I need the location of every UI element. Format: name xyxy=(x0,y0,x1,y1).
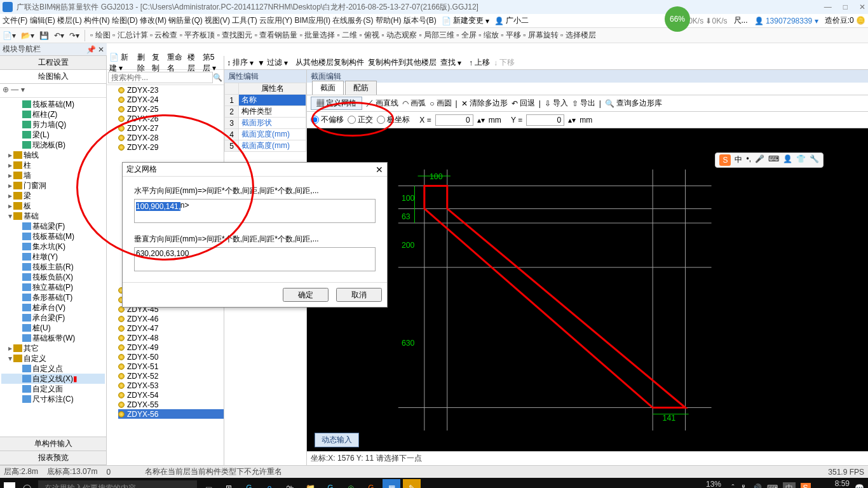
new-change-button[interactable]: 📄 新建变更 ▾ xyxy=(442,15,489,26)
tree-item[interactable]: 承台梁(F) xyxy=(1,313,105,323)
list-item[interactable]: ZDYX-48 xyxy=(118,333,224,342)
task-view-icon[interactable]: ▭ xyxy=(200,479,217,488)
user-label[interactable]: 👤 广小二 xyxy=(494,15,529,26)
ok-button[interactable]: 确定 xyxy=(283,288,329,302)
toolbar-button[interactable]: ▫ 动态观察 xyxy=(381,30,417,41)
tree-item[interactable]: 筏板基础(M) xyxy=(1,231,105,241)
list-item[interactable]: ZDYX-27 xyxy=(118,123,224,133)
opt-polar[interactable]: 极坐标 xyxy=(377,114,410,125)
sogou-ime-icon[interactable]: S xyxy=(719,154,731,166)
tab-rebar[interactable]: 配筋 xyxy=(345,81,377,95)
coin-label[interactable]: 造价豆:0 🪙 xyxy=(825,15,865,26)
tree-item[interactable]: 筏板基础(M) xyxy=(1,99,105,109)
toolbar-button[interactable]: ▫ 屏幕旋转 xyxy=(523,30,559,41)
tree-item[interactable]: ▸其它 xyxy=(1,343,105,353)
tree-item[interactable]: 自定义点 xyxy=(1,363,105,374)
list-item[interactable]: ZDYX-53 xyxy=(118,381,224,390)
opt-no-offset[interactable]: 不偏移 xyxy=(311,114,344,125)
ime-toolbar[interactable]: S 中•,🎤⌨👤👕🔧 xyxy=(715,152,824,168)
toolbar-button[interactable]: ▫ 二维 xyxy=(337,30,358,41)
define-grid-button[interactable]: ▦ 定义网格 xyxy=(311,97,362,110)
property-row[interactable]: 3截面形状 xyxy=(225,118,306,129)
drawing-canvas[interactable]: 100 100 63 200 630 141 动态输入 坐标 xyxy=(307,128,868,465)
draw-circle-button[interactable]: ○画圆 xyxy=(430,98,451,109)
toolbar-button[interactable]: ▫ 缩放 xyxy=(478,30,499,41)
list-item[interactable]: ZDYX-56 xyxy=(118,409,224,419)
tray-volume-icon[interactable]: 🔊 xyxy=(752,484,762,488)
toolbar-button[interactable]: ▫ 局部三维 xyxy=(419,30,454,41)
tree-item[interactable]: ▸柱 xyxy=(1,160,105,170)
toolbar-button[interactable]: ▫ 俯视 xyxy=(360,30,380,41)
toolbar-button[interactable]: ▫ 查看钢筋量 xyxy=(255,30,298,41)
tree-item[interactable]: ▸梁 xyxy=(1,191,105,201)
menu-item[interactable]: 帮助(H) xyxy=(376,16,402,25)
menu-item[interactable]: BIM应用(I) xyxy=(294,16,330,25)
menu-item[interactable]: 编辑(E) xyxy=(30,16,55,25)
tree-item[interactable]: ▸门窗洞 xyxy=(1,180,105,191)
app-icon-3[interactable]: G xyxy=(322,479,339,488)
list-item[interactable]: ZDYX-55 xyxy=(118,400,224,409)
list-item[interactable]: ZDYX-23 xyxy=(118,85,224,95)
save-icon[interactable]: 💾 xyxy=(39,31,49,40)
tree-item[interactable]: 条形基础(T) xyxy=(1,292,105,302)
tree-item[interactable]: 柱墩(Y) xyxy=(1,252,105,262)
filter-button[interactable]: ▼ 过滤 ▾ xyxy=(257,57,288,68)
toolbar-button[interactable]: ▫ 平移 xyxy=(501,30,521,41)
tree-item[interactable]: ▸墙 xyxy=(1,170,105,180)
x-input[interactable] xyxy=(435,114,473,126)
sogou-icon[interactable]: S xyxy=(801,483,811,488)
tree-item[interactable]: 筏板主筋(R) xyxy=(1,262,105,272)
close-icon[interactable]: ✕ xyxy=(859,3,865,11)
menu-item[interactable]: 绘图(D) xyxy=(112,16,138,25)
notification-icon[interactable]: 💬 xyxy=(855,484,864,488)
toolbar-button[interactable]: ▫ 绘图 xyxy=(90,30,111,41)
tree-item[interactable]: 自定义线(X)▮ xyxy=(1,374,105,384)
toolbar-button[interactable]: ▫ 云检查 xyxy=(150,30,178,41)
app-icon-2[interactable]: G xyxy=(240,479,258,488)
store-icon[interactable]: 🛍 xyxy=(281,479,299,488)
menu-item[interactable]: 在线服务(S) xyxy=(332,16,373,25)
tree-item[interactable]: 现浇板(B) xyxy=(1,140,105,150)
tree-item[interactable]: ▸轴线 xyxy=(1,150,105,160)
clear-polygon-button[interactable]: ✕清除多边形 xyxy=(461,98,508,109)
tray-network-icon[interactable]: 🖧 xyxy=(740,484,747,488)
opt-ortho[interactable]: 正交 xyxy=(348,114,373,125)
polygon-lib-button[interactable]: 🔍查询多边形库 xyxy=(605,98,662,109)
tree-item[interactable]: 桩承台(V) xyxy=(1,302,105,313)
sort-button[interactable]: ↕ 排序 ▾ xyxy=(227,57,254,68)
toolbar-button[interactable]: ▫ 选择楼层 xyxy=(560,30,596,41)
tree-item[interactable]: 集水坑(K) xyxy=(1,241,105,252)
app-icon-5[interactable]: G xyxy=(362,479,380,488)
copy-to-button[interactable]: 复制构件到其他楼层 xyxy=(368,57,437,68)
draw-line-button[interactable]: ／画直线 xyxy=(366,98,398,109)
v-spacing-input[interactable]: 630,200,63,100 xyxy=(134,247,376,271)
tree-item[interactable]: 剪力墙(Q) xyxy=(1,119,105,130)
new-file-icon[interactable]: 📄▾ xyxy=(3,31,16,40)
list-item[interactable]: ZDYX-26 xyxy=(118,114,224,123)
menu-item[interactable]: 工具(T) xyxy=(232,16,257,25)
tray-keyboard-icon[interactable]: ⌨ xyxy=(767,484,778,488)
list-item[interactable]: ZDYX-25 xyxy=(118,104,224,114)
property-row[interactable]: 1名称 xyxy=(225,95,306,106)
explorer-icon[interactable]: 📁 xyxy=(301,479,319,488)
toolbar-button[interactable]: ▫ 全屏 xyxy=(456,30,477,41)
property-row[interactable]: 5截面高度(mm) xyxy=(225,140,306,152)
tab-report-preview[interactable]: 报表预览 xyxy=(0,451,106,465)
app-icon-6[interactable]: ▦ xyxy=(383,479,400,488)
redo-icon[interactable]: ↷▾ xyxy=(69,31,79,40)
list-item[interactable]: ZDYX-51 xyxy=(118,362,224,371)
tree-item[interactable]: 筏板负筋(X) xyxy=(1,272,105,282)
clock[interactable]: 8:592017/9/12 xyxy=(816,480,850,488)
menu-item[interactable]: 楼层(L) xyxy=(57,16,82,25)
tree-item[interactable]: ▸板 xyxy=(1,201,105,211)
menu-item[interactable]: 修改(M) xyxy=(140,16,166,25)
user-phone[interactable]: 👤 13907298339 ▾ xyxy=(754,17,818,25)
dynamic-input-button[interactable]: 动态输入 xyxy=(315,433,359,447)
tree-item[interactable]: 基础梁(F) xyxy=(1,221,105,231)
cancel-button[interactable]: 取消 xyxy=(336,288,382,302)
tab-drawing-input[interactable]: 绘图输入 xyxy=(0,70,106,84)
move-up-button[interactable]: ↑ 上移 xyxy=(469,57,490,68)
cortana-icon[interactable]: ◯ xyxy=(18,479,36,488)
menu-item[interactable]: 云应用(Y) xyxy=(259,16,292,25)
taskbar-search[interactable]: 在这里输入你要搜索的内容 xyxy=(38,480,197,489)
